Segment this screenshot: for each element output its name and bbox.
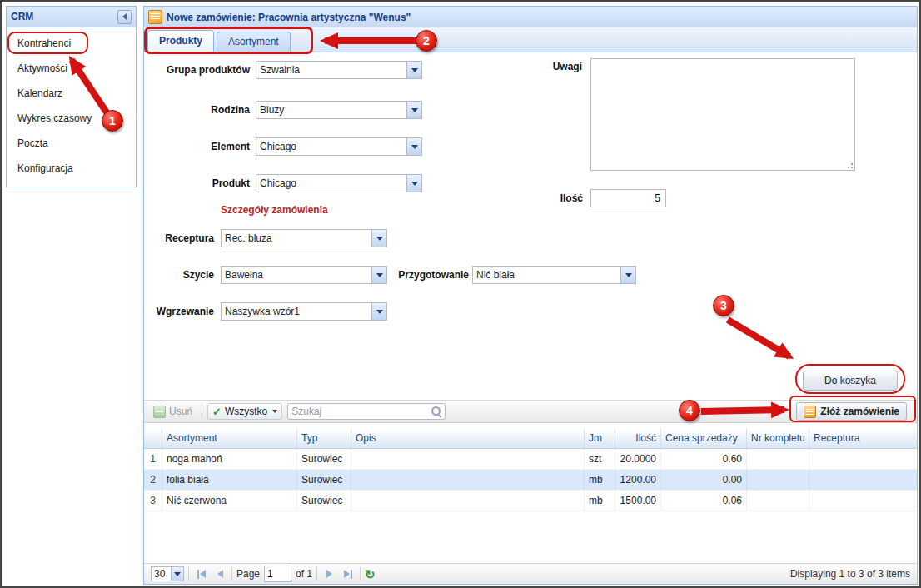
sidebar-menu: Kontrahenci Aktywności Kalendarz Wykres … bbox=[7, 27, 136, 181]
col-opis[interactable]: Opis bbox=[351, 429, 585, 448]
col-ilosc[interactable]: Ilość bbox=[615, 429, 661, 448]
col-rownum[interactable] bbox=[144, 429, 162, 448]
zloz-zamowienie-button[interactable]: Złóż zamówienie bbox=[796, 402, 907, 421]
cell-ilosc: 20.0000 bbox=[615, 449, 661, 469]
next-page-button[interactable] bbox=[321, 566, 336, 581]
uwagi-textarea[interactable] bbox=[590, 58, 855, 171]
sidebar-item-aktywnosci[interactable]: Aktywności bbox=[7, 56, 136, 81]
annotation-badge-2: 2 bbox=[416, 30, 437, 52]
sidebar-item-kalendarz[interactable]: Kalendarz bbox=[7, 81, 136, 106]
page-number-input[interactable] bbox=[264, 566, 291, 582]
sidebar-title: CRM bbox=[11, 11, 33, 22]
cell-ilosc: 1500.00 bbox=[615, 491, 661, 511]
table-row[interactable]: 1 noga mahoń Surowiec szt 20.0000 0.60 bbox=[144, 449, 917, 470]
produkt-select[interactable]: Chicago bbox=[256, 174, 422, 192]
uwagi-label: Uwagi bbox=[499, 61, 582, 72]
cell-asortyment: folia biała bbox=[162, 470, 297, 490]
order-icon bbox=[148, 10, 162, 24]
cell-opis bbox=[351, 491, 585, 511]
grupa-produktow-value: Szwalnia bbox=[256, 62, 406, 78]
chevron-down-icon[interactable] bbox=[406, 102, 421, 118]
chevron-down-icon[interactable] bbox=[371, 267, 386, 283]
chevron-down-icon[interactable] bbox=[371, 303, 386, 320]
cell-receptura bbox=[809, 449, 917, 469]
do-koszyka-button[interactable]: Do koszyka bbox=[803, 371, 898, 391]
table-row-selected[interactable]: 2 folia biała Surowiec mb 1200.00 0.00 bbox=[144, 470, 917, 491]
wszystko-filter-button[interactable]: ✓ Wszystko bbox=[207, 403, 282, 420]
toolbar-separator bbox=[202, 405, 202, 418]
collapse-panel-icon[interactable] bbox=[117, 10, 132, 24]
szycie-select[interactable]: Bawełna bbox=[221, 266, 387, 284]
cell-typ: Surowiec bbox=[297, 449, 351, 469]
first-page-button[interactable] bbox=[193, 566, 208, 581]
produkt-label: Produkt bbox=[147, 177, 250, 189]
col-nr-kompletu[interactable]: Nr kompletu bbox=[747, 429, 809, 448]
cell-ilosc: 1200.00 bbox=[615, 470, 661, 490]
element-label: Element bbox=[147, 141, 250, 152]
search-field[interactable] bbox=[287, 403, 446, 420]
cell-cena: 0.06 bbox=[661, 491, 747, 511]
wgrzewanie-select[interactable]: Naszywka wzór1 bbox=[221, 302, 387, 321]
order-details-section-title: Szczegóły zamówienia bbox=[221, 204, 328, 216]
usun-button[interactable]: Usuń bbox=[149, 404, 197, 420]
col-cena-sprzedazy[interactable]: Cena sprzedaży bbox=[661, 429, 747, 448]
search-input[interactable] bbox=[288, 404, 431, 419]
ilosc-input[interactable] bbox=[590, 189, 666, 207]
cell-typ: Surowiec bbox=[297, 470, 351, 490]
sidebar-item-kontrahenci[interactable]: Kontrahenci bbox=[7, 31, 136, 56]
tab-produkty-label: Produkty bbox=[159, 35, 202, 47]
main-panel: Nowe zamówienie: Pracownia artystyczna "… bbox=[143, 6, 918, 585]
col-typ[interactable]: Typ bbox=[297, 429, 351, 448]
last-page-button[interactable] bbox=[341, 566, 356, 581]
chevron-down-icon[interactable] bbox=[406, 175, 421, 192]
search-icon[interactable] bbox=[431, 406, 442, 417]
cell-nr-kompletu bbox=[747, 470, 809, 490]
sidebar-item-poczta[interactable]: Poczta bbox=[7, 131, 136, 156]
toolbar-separator bbox=[360, 567, 361, 581]
przygotowanie-label: Przygotowanie bbox=[387, 269, 469, 281]
cell-cena: 0.00 bbox=[661, 470, 747, 490]
receptura-select[interactable]: Rec. bluza bbox=[221, 229, 387, 247]
prev-page-button[interactable] bbox=[212, 566, 227, 581]
wgrzewanie-label: Wgrzewanie bbox=[144, 306, 214, 317]
chevron-down-icon[interactable] bbox=[171, 567, 183, 581]
sidebar-item-konfiguracja[interactable]: Konfiguracja bbox=[7, 156, 136, 181]
grupa-produktow-select[interactable]: Szwalnia bbox=[256, 61, 422, 79]
chevron-down-icon[interactable] bbox=[406, 138, 421, 155]
usun-label: Usuń bbox=[169, 406, 192, 417]
przygotowanie-select[interactable]: Nić biała bbox=[472, 266, 636, 284]
uwagi-field bbox=[590, 58, 855, 171]
page-label: Page bbox=[236, 568, 260, 580]
refresh-icon[interactable]: ↻ bbox=[365, 568, 376, 581]
col-asortyment[interactable]: Asortyment bbox=[162, 429, 297, 448]
do-koszyka-label: Do koszyka bbox=[824, 375, 876, 386]
tab-asortyment[interactable]: Asortyment bbox=[217, 32, 291, 52]
col-jm[interactable]: Jm bbox=[585, 429, 615, 448]
page-size-select[interactable]: 30 bbox=[151, 566, 184, 581]
cell-receptura bbox=[809, 491, 917, 511]
toolbar-separator bbox=[188, 567, 189, 581]
table-row[interactable]: 3 Nić czerwona Surowiec mb 1500.00 0.06 bbox=[144, 491, 917, 511]
przygotowanie-value: Nić biała bbox=[473, 267, 620, 283]
receptura-label: Receptura bbox=[144, 232, 214, 244]
rodzina-label: Rodzina bbox=[147, 104, 250, 116]
toolbar-separator bbox=[231, 567, 232, 581]
tab-produkty[interactable]: Produkty bbox=[147, 30, 214, 52]
cell-receptura bbox=[809, 470, 917, 490]
cell-opis bbox=[351, 470, 585, 490]
chevron-down-icon[interactable] bbox=[620, 267, 635, 283]
chevron-down-icon[interactable] bbox=[406, 62, 421, 78]
col-receptura[interactable]: Receptura bbox=[809, 429, 917, 448]
chevron-down-icon[interactable] bbox=[371, 230, 386, 247]
toolbar-separator bbox=[316, 567, 317, 581]
app-window: CRM Kontrahenci Aktywności Kalendarz Wyk… bbox=[0, 0, 921, 588]
cell-asortyment: Nić czerwona bbox=[162, 491, 297, 511]
element-value: Chicago bbox=[256, 138, 406, 155]
wgrzewanie-value: Naszywka wzór1 bbox=[222, 303, 371, 320]
cell-opis bbox=[351, 449, 585, 469]
annotation-badge-3: 3 bbox=[713, 295, 734, 316]
produkt-value: Chicago bbox=[256, 175, 406, 192]
rodzina-select[interactable]: Bluzy bbox=[256, 101, 422, 119]
element-select[interactable]: Chicago bbox=[256, 137, 422, 156]
paging-status: Displaying 1 to 3 of 3 items bbox=[790, 568, 910, 580]
